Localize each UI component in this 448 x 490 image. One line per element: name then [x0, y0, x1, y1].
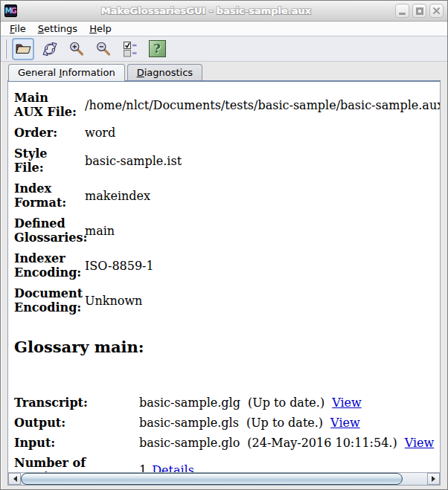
zoom-out-icon — [95, 40, 112, 58]
app-window: M G MakeGlossariesGUI - basic-sample.aux… — [0, 0, 448, 490]
open-file-icon — [14, 40, 32, 58]
zoom-in-button[interactable] — [65, 38, 88, 60]
app-logo-letter-g: G — [10, 7, 15, 15]
file-status: (Up to date.) — [246, 416, 323, 430]
menu-help[interactable]: Help — [85, 22, 116, 35]
scrollbar-track[interactable] — [21, 473, 427, 485]
app-logo-letter-m: M — [4, 7, 10, 15]
reload-icon — [41, 40, 59, 58]
scroll-right-button[interactable] — [427, 473, 440, 485]
field-label: Document Encoding: — [14, 286, 85, 315]
arrow-right-icon — [432, 476, 438, 482]
view-transcript-link[interactable]: View — [332, 396, 362, 410]
menubar: File Settings Help — [1, 22, 447, 36]
toggle-options-icon — [121, 40, 139, 58]
help-button[interactable]: ? — [146, 38, 168, 60]
field-value: basic-sample.ist — [85, 154, 435, 168]
field-value: Unknown — [85, 294, 435, 308]
file-name: basic-sample.glo — [139, 436, 240, 450]
field-label: Order: — [14, 126, 85, 140]
field-label: Indexer Encoding: — [14, 251, 85, 280]
document-view: Main AUX File: /home/nlct/Documents/test… — [8, 82, 440, 472]
app-logo-icon: M G — [4, 4, 17, 17]
horizontal-scrollbar — [8, 472, 440, 485]
zoom-in-icon — [68, 40, 86, 58]
field-label: Style File: — [14, 146, 85, 175]
file-name: basic-sample.glg — [139, 396, 240, 410]
file-name: basic-sample.gls — [139, 416, 239, 430]
info-row-order: Order: word — [14, 126, 435, 140]
details-link[interactable]: Details — [152, 463, 194, 473]
field-value: makeindex — [85, 189, 435, 203]
info-row-style-file: Style File: basic-sample.ist — [14, 146, 435, 175]
minimize-button[interactable] — [395, 4, 409, 18]
info-row-indexer-encoding: Indexer Encoding: ISO-8859-1 — [14, 251, 435, 280]
field-value: /home/nlct/Documents/tests/basic-sample/… — [85, 98, 440, 112]
field-value: word — [85, 126, 435, 140]
file-status: (Up to date.) — [248, 396, 324, 410]
tab-diagnostics[interactable]: Diagnostics — [127, 64, 202, 80]
scroll-left-button[interactable] — [8, 473, 21, 485]
reload-button[interactable] — [39, 38, 61, 60]
toggle-options-button[interactable] — [119, 38, 141, 60]
tab-general-information[interactable]: General Information — [8, 64, 125, 81]
field-label: Input: — [14, 436, 139, 450]
field-label: Output: — [14, 416, 139, 430]
glossary-row-transcript: Transcript: basic-sample.glg (Up to date… — [14, 396, 435, 410]
field-label: Main AUX File: — [14, 91, 85, 119]
maximize-button[interactable] — [412, 4, 426, 18]
info-row-main-aux-file: Main AUX File: /home/nlct/Documents/test… — [14, 91, 435, 119]
field-label: Defined Glossaries: — [14, 216, 85, 245]
field-value: ISO-8859-1 — [85, 259, 435, 273]
glossary-row-input: Input: basic-sample.glo (24-May-2016 10:… — [14, 436, 435, 450]
entries-count: 1 — [139, 463, 147, 473]
field-label: Number of Entries: — [14, 456, 139, 472]
glossary-row-entries: Number of Entries: 1 Details — [14, 456, 435, 472]
toolbar: ? — [1, 36, 447, 62]
close-icon — [432, 7, 441, 15]
close-button[interactable] — [429, 4, 444, 18]
tab-bar: General Information Diagnostics — [1, 62, 447, 80]
field-label: Transcript: — [14, 396, 139, 410]
menu-file[interactable]: File — [5, 22, 31, 35]
info-row-document-encoding: Document Encoding: Unknown — [14, 286, 435, 315]
window-title: MakeGlossariesGUI - basic-sample.aux — [21, 5, 391, 16]
general-information-panel: Main AUX File: /home/nlct/Documents/test… — [7, 80, 441, 486]
toolbar-drag-grip[interactable] — [5, 39, 7, 59]
glossary-row-output: Output: basic-sample.gls (Up to date.) V… — [14, 416, 435, 430]
info-row-defined-glossaries: Defined Glossaries: main — [14, 216, 435, 245]
zoom-out-button[interactable] — [92, 38, 115, 60]
minimize-icon — [399, 13, 406, 15]
maximize-icon — [416, 7, 423, 15]
arrow-left-icon — [10, 476, 17, 482]
view-input-link[interactable]: View — [405, 436, 435, 450]
titlebar[interactable]: M G MakeGlossariesGUI - basic-sample.aux — [1, 1, 447, 22]
window-controls — [395, 4, 444, 18]
help-icon: ? — [149, 40, 166, 57]
field-value: main — [85, 224, 435, 238]
open-file-button[interactable] — [12, 38, 34, 60]
field-label: Index Format: — [14, 181, 85, 210]
view-output-link[interactable]: View — [330, 416, 360, 430]
glossary-heading: Glossary main: — [14, 340, 435, 354]
file-status: (24-May-2016 10:11:54.) — [247, 436, 397, 450]
scrollbar-thumb[interactable] — [21, 473, 403, 485]
info-row-index-format: Index Format: makeindex — [14, 181, 435, 210]
menu-settings[interactable]: Settings — [33, 22, 82, 35]
